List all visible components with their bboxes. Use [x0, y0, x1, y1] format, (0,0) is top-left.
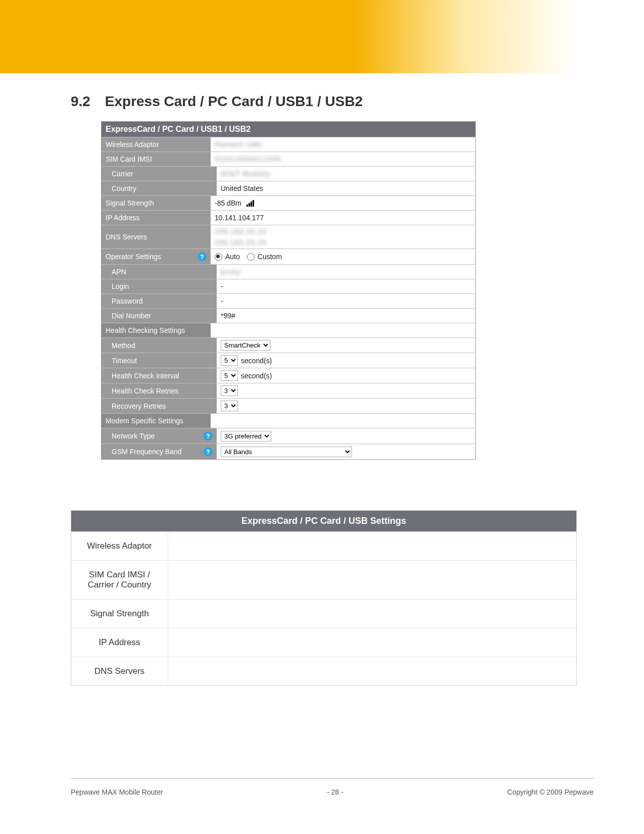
label-sim-imsi: SIM Card IMSI — [102, 152, 211, 166]
desc-row: Wireless Adaptor — [71, 531, 576, 560]
select-timeout[interactable]: 5 — [221, 355, 238, 366]
value-ip: 10.141.104.177 — [215, 214, 264, 222]
desc-text — [168, 561, 576, 599]
footer-center: - 28 - — [327, 788, 343, 796]
banner — [0, 0, 644, 73]
radio-custom[interactable] — [247, 253, 255, 261]
label-gsmband-text: GSM Frequency Band — [112, 448, 182, 456]
row-interval: Health Check Interval 5 second(s) — [102, 368, 475, 383]
select-rretries[interactable]: 3 — [221, 401, 238, 411]
select-hretries[interactable]: 3 — [221, 385, 238, 396]
row-password: Password - — [102, 293, 475, 308]
row-dial: Dial Number *99# — [102, 308, 475, 323]
label-country: Country — [102, 181, 217, 195]
label-health-header: Health Checking Settings — [102, 323, 211, 337]
value-apn: proxy — [221, 268, 240, 276]
help-icon[interactable]: ? — [204, 431, 213, 440]
label-password: Password — [102, 294, 217, 308]
row-carrier: Carrier AT&T Mobility — [102, 166, 475, 181]
value-password: - — [221, 297, 223, 305]
select-method[interactable]: SmartCheck — [221, 340, 270, 351]
row-sim-imsi: SIM Card IMSI 310410000012345 — [102, 152, 475, 166]
radio-auto-label: Auto — [225, 253, 240, 261]
label-operator-text: Operator Settings — [106, 253, 161, 261]
row-country: Country United States — [102, 181, 475, 195]
desc-text — [168, 657, 576, 685]
desc-text — [168, 600, 576, 628]
desc-label: IP Address — [71, 628, 168, 657]
value-carrier: AT&T Mobility — [221, 170, 271, 178]
panel-title: ExpressCard / PC Card / USB1 / USB2 — [102, 122, 475, 137]
row-health-header: Health Checking Settings — [102, 323, 475, 337]
label-timeout: Timeout — [102, 353, 217, 368]
label-hretries: Health Check Retries — [102, 383, 217, 398]
value-wireless-adaptor: Pantech UML — [215, 140, 263, 149]
value-signal: -85 dBm — [215, 199, 241, 207]
settings-panel: ExpressCard / PC Card / USB1 / USB2 Wire… — [101, 121, 476, 460]
radio-auto[interactable] — [215, 253, 222, 261]
help-icon[interactable]: ? — [197, 252, 207, 261]
row-method: Method SmartCheck — [102, 337, 475, 353]
value-sim-imsi: 310410000012345 — [215, 155, 281, 163]
label-dial: Dial Number — [102, 309, 217, 323]
desc-label: DNS Servers — [71, 657, 168, 685]
value-dns1: 209.183.33.23 — [215, 227, 267, 235]
label-dns: DNS Servers — [102, 225, 211, 249]
label-nettype-text: Network Type — [112, 432, 155, 440]
heading-title: Express Card / PC Card / USB1 / USB2 — [105, 93, 363, 109]
row-signal: Signal Strength -85 dBm — [102, 195, 475, 210]
heading-number: 9.2 — [71, 93, 101, 110]
label-nettype: Network Type ? — [102, 428, 217, 444]
value-dial: *99# — [221, 312, 235, 320]
row-dns: DNS Servers 209.183.33.23 209.183.33.24 — [102, 225, 475, 249]
row-rretries: Recovery Retries 3 — [102, 398, 475, 413]
label-gsmband: GSM Frequency Band ? — [102, 444, 217, 459]
description-table: ExpressCard / PC Card / USB Settings Wir… — [71, 510, 577, 686]
desc-row: Signal Strength — [71, 599, 576, 628]
value-country: United States — [221, 184, 263, 192]
desc-label: Wireless Adaptor — [71, 532, 168, 560]
label-carrier: Carrier — [102, 167, 217, 181]
label-method: Method — [102, 338, 217, 353]
label-interval: Health Check Interval — [102, 368, 217, 383]
row-modem-header: Modem Specific Settings — [102, 413, 475, 428]
label-apn: APN — [102, 265, 217, 279]
timeout-suffix: second(s) — [241, 357, 272, 365]
desc-row: DNS Servers — [71, 657, 576, 685]
desc-text — [168, 532, 576, 560]
interval-suffix: second(s) — [241, 372, 272, 380]
description-title: ExpressCard / PC Card / USB Settings — [71, 511, 576, 531]
select-gsmband[interactable]: All Bands — [221, 447, 352, 457]
label-rretries: Recovery Retries — [102, 399, 217, 413]
help-icon[interactable]: ? — [204, 447, 213, 456]
radio-custom-label: Custom — [258, 253, 282, 261]
desc-text — [168, 628, 576, 657]
row-timeout: Timeout 5 second(s) — [102, 353, 475, 368]
row-hretries: Health Check Retries 3 — [102, 383, 475, 398]
value-dns2: 209.183.33.24 — [215, 238, 267, 247]
desc-label: SIM Card IMSI / Carrier / Country — [71, 561, 168, 599]
label-modem-header: Modem Specific Settings — [102, 414, 211, 428]
desc-label: Signal Strength — [71, 600, 168, 628]
label-signal: Signal Strength — [102, 196, 211, 210]
row-gsmband: GSM Frequency Band ? All Bands — [102, 444, 475, 459]
row-wireless-adaptor: Wireless Adaptor Pantech UML — [102, 137, 475, 152]
label-login: Login — [102, 279, 217, 293]
select-interval[interactable]: 5 — [221, 370, 238, 381]
value-login: - — [221, 282, 223, 290]
select-nettype[interactable]: 3G preferred — [221, 431, 271, 441]
label-wireless-adaptor: Wireless Adaptor — [102, 137, 211, 152]
section-heading: 9.2 Express Card / PC Card / USB1 / USB2 — [71, 93, 363, 110]
footer-left: Pepwave MAX Mobile Router — [71, 788, 163, 796]
row-ip: IP Address 10.141.104.177 — [102, 210, 475, 225]
signal-bars-icon — [246, 200, 254, 207]
footer-right: Copyright © 2009 Pepwave — [507, 788, 593, 796]
desc-row: IP Address — [71, 628, 576, 657]
row-login: Login - — [102, 279, 475, 293]
row-operator: Operator Settings ? Auto Custom — [102, 249, 475, 264]
desc-row: SIM Card IMSI / Carrier / Country — [71, 560, 576, 599]
label-ip: IP Address — [102, 211, 211, 225]
row-apn: APN proxy — [102, 264, 475, 279]
page-footer: Pepwave MAX Mobile Router - 28 - Copyrig… — [71, 778, 593, 796]
row-nettype: Network Type ? 3G preferred — [102, 428, 475, 444]
